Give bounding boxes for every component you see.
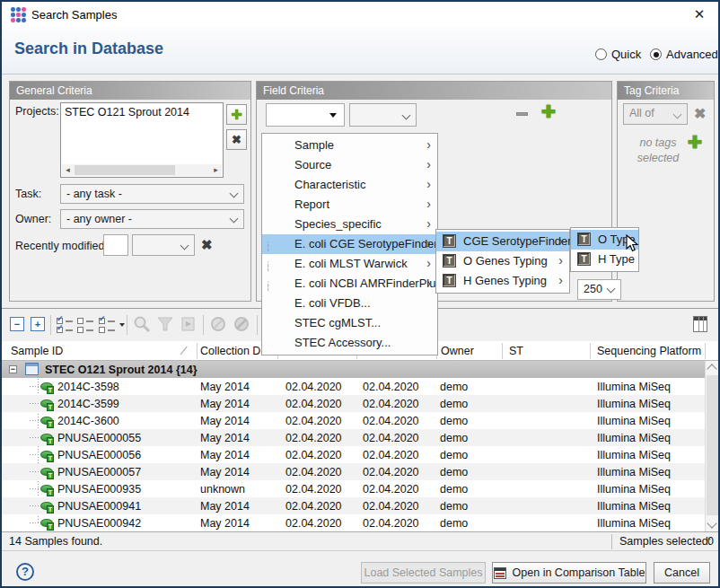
clear-recently-modified-icon[interactable]: ✖ [201, 237, 213, 253]
radio-advanced[interactable]: Advanced [650, 48, 718, 61]
uncheck-all-button[interactable] [75, 314, 97, 336]
menu-item-ncbi-amrfinderplus[interactable]: ACGT E. coli NCBI AMRFinderPlus› [262, 274, 437, 294]
tag-match-value: All of [629, 107, 654, 119]
owner-dropdown[interactable]: - any owner - [60, 209, 244, 229]
text-field-icon: T [577, 252, 591, 266]
project-icon [25, 363, 39, 375]
projects-selected-value[interactable]: STEC O121 Sprout 2014 [65, 106, 189, 118]
remove-project-button[interactable]: ✖ [226, 129, 247, 150]
submenu-arrow-icon: › [426, 236, 431, 250]
table-row[interactable]: T PNUSAE000057 May 2014 02.04.2020 02.04… [2, 463, 707, 480]
radio-quick-circle[interactable] [595, 48, 607, 60]
remove-criterion-icon[interactable] [516, 112, 528, 116]
chevron-down-icon [230, 215, 239, 224]
expand-all-button[interactable]: + [29, 314, 50, 336]
scrollbar-thumb[interactable] [75, 165, 175, 175]
check-all-button[interactable]: ✓ ✓ [55, 314, 76, 336]
table-row[interactable]: T 2014C-3598 May 2014 02.04.2020 02.04.2… [2, 378, 707, 395]
table-row[interactable]: T PNUSAE000941 May 2014 02.04.2020 02.04… [2, 497, 707, 514]
submenu-arrow-icon: › [426, 137, 431, 152]
open-in-comparison-table-button[interactable]: Open in Comparison Table [492, 562, 646, 584]
table-vertical-scrollbar[interactable] [705, 361, 718, 531]
close-icon[interactable]: ✕ [689, 5, 709, 23]
x-icon: ✖ [232, 133, 241, 146]
filter-button [155, 314, 177, 336]
result-limit-dropdown[interactable]: 250 [577, 279, 621, 300]
check-options-button[interactable]: ✓ [97, 314, 119, 336]
recently-modified-unit-dropdown[interactable] [132, 234, 195, 256]
submenu-arrow-icon: › [426, 197, 431, 211]
owner-dropdown-value: - any owner - [66, 213, 132, 225]
task-dropdown[interactable]: - any task - [60, 184, 244, 204]
scroll-right-icon[interactable]: ▸ [210, 164, 222, 176]
general-criteria-title: General Criteria [10, 82, 250, 100]
table-row[interactable]: T PNUSAE000935 unknown 02.04.2020 02.04.… [2, 480, 707, 497]
col-owner[interactable]: Owner [441, 345, 474, 357]
find-in-results-button [132, 314, 154, 336]
field-select-combo[interactable] [266, 103, 345, 127]
table-row[interactable]: T PNUSAE000056 May 2014 02.04.2020 02.04… [2, 446, 707, 463]
menu-item-species-specific[interactable]: Species_specific› [262, 215, 437, 234]
projects-label: Projects: [15, 105, 59, 118]
menu-item-h-genes-typing[interactable]: T H Genes Typing› [436, 271, 569, 291]
col-sample-id[interactable]: Sample ID [11, 345, 63, 357]
clear-tags-icon[interactable]: ✖ [694, 105, 706, 122]
task-template-icon: ACGT [268, 256, 280, 271]
table-row[interactable]: T 2014C-3599 May 2014 02.04.2020 02.04.2… [2, 395, 707, 412]
projects-listbox[interactable]: STEC O121 Sprout 2014 ◂ ▸ [60, 102, 224, 178]
scroll-up-icon[interactable] [707, 364, 716, 373]
menu-item-report[interactable]: Report› [262, 195, 437, 215]
menu-item-characteristic[interactable]: Characteristic› [262, 175, 437, 195]
field-menu: Sample› Source› Characteristic› Report› … [261, 133, 438, 355]
menu-item-mlst-warwick[interactable]: ACGT E. coli MLST Warwick› [262, 254, 437, 274]
menu-item-sample[interactable]: Sample› [262, 136, 437, 155]
table-row[interactable]: T PNUSAE000055 May 2014 02.04.2020 02.04… [2, 429, 707, 446]
add-tag-icon[interactable]: ✚ [688, 136, 702, 150]
col-st[interactable]: ST [509, 345, 523, 357]
submenu-arrow-icon: › [426, 256, 431, 270]
field-operator-combo[interactable] [349, 103, 417, 127]
help-icon[interactable]: ? [16, 563, 34, 581]
tag-match-dropdown[interactable]: All of [623, 103, 688, 125]
projects-horizontal-scrollbar[interactable]: ◂ ▸ [62, 164, 222, 176]
collapse-group-icon[interactable]: − [9, 365, 17, 373]
col-platform[interactable]: Sequencing Platform [597, 345, 701, 357]
submenu-arrow-icon: › [558, 273, 563, 287]
footer-bar: ? Load Selected Samples Open in Comparis… [2, 551, 718, 586]
table-row[interactable]: T 2014C-3600 May 2014 02.04.2020 02.04.2… [2, 412, 707, 429]
radio-advanced-circle[interactable] [650, 48, 662, 60]
radio-quick[interactable]: Quick [595, 48, 641, 61]
group-label: STEC O121 Sprout 2014 {14} [45, 364, 198, 376]
menu-item-cge-serotypefinder[interactable]: ACGT E. coli CGE SerotypeFinder› [262, 234, 437, 254]
scroll-left-icon[interactable]: ◂ [62, 164, 74, 176]
text-field-icon: T [443, 254, 456, 268]
load-selected-samples-button[interactable]: Load Selected Samples [361, 562, 486, 584]
text-field-icon: T [577, 233, 591, 246]
menu-item-stec-accessory[interactable]: STEC Accessory... [262, 333, 437, 353]
scrollbar-thumb[interactable] [707, 375, 718, 515]
serotypefinder-submenu: T CGE SerotypeFinder› T O Genes Typing› … [435, 229, 570, 294]
owner-label: Owner: [15, 213, 51, 225]
samples-found-text: 14 Samples found. [9, 535, 102, 548]
menu-item-cge-serotypefinder-sub[interactable]: T CGE SerotypeFinder› [436, 232, 569, 251]
task-label: Task: [15, 188, 41, 200]
exclude-button [232, 314, 253, 336]
recently-modified-input[interactable] [103, 234, 128, 256]
collapse-all-button[interactable]: − [8, 314, 30, 336]
search-samples-dialog: Search Samples ✕ Search in Database Quic… [0, 0, 720, 588]
table-row[interactable]: T PNUSAE000942 May 2014 02.04.2020 02.04… [2, 514, 707, 531]
cancel-button[interactable]: Cancel [654, 562, 710, 584]
plus-icon: ✚ [231, 107, 242, 122]
text-field-icon: T [443, 274, 456, 287]
tag-criteria-title: Tag Criteria [618, 82, 714, 100]
column-config-button[interactable] [693, 316, 707, 332]
menu-item-vfdb[interactable]: E. coli VFDB... [262, 294, 437, 313]
group-row[interactable]: − STEC O121 Sprout 2014 {14} [2, 361, 707, 378]
add-project-button[interactable]: ✚ [226, 104, 247, 125]
compare-button [208, 314, 230, 336]
menu-item-source[interactable]: Source› [262, 155, 437, 175]
add-criterion-icon[interactable]: ✚ [541, 105, 556, 119]
menu-item-o-genes-typing[interactable]: T O Genes Typing› [436, 251, 569, 271]
menu-item-stec-cgmlst[interactable]: STEC cgMLST... [262, 313, 437, 333]
scroll-down-icon[interactable] [707, 518, 716, 528]
